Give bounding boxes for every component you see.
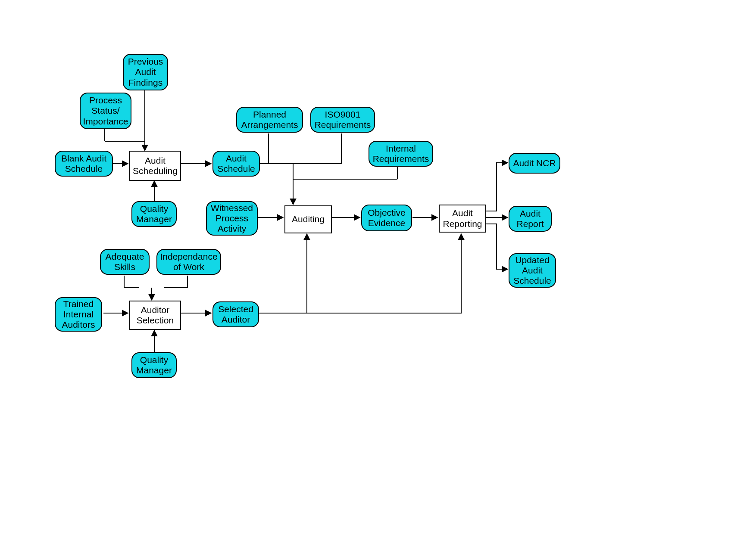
node-auditor-selection: Auditor Selection [129,301,181,330]
node-objective-evidence: Objective Evidence [361,205,412,231]
diagram-canvas: Previous Audit Findings Process Status/ … [0,0,756,534]
node-audit-ncr: Audit NCR [509,153,560,174]
node-audit-report: Audit Report [509,206,552,232]
node-quality-manager-1: Quality Manager [131,201,177,227]
node-trained-internal-auditors: Trained Internal Auditors [55,297,102,332]
node-selected-auditor: Selected Auditor [212,301,259,327]
node-blank-audit-schedule: Blank Audit Schedule [55,151,113,177]
node-iso9001-requirements: ISO9001 Requirements [310,107,375,133]
node-planned-arrangements: Planned Arrangements [236,107,303,133]
node-auditing: Auditing [284,205,332,233]
node-audit-schedule: Audit Schedule [212,151,260,177]
node-process-status-importance: Process Status/ Importance [80,93,131,129]
node-previous-audit-findings: Previous Audit Findings [123,54,168,90]
node-internal-requirements: Internal Requirements [369,141,433,167]
node-updated-audit-schedule: Updated Audit Schedule [509,253,556,288]
node-witnessed-process-activity: Witnessed Process Activity [206,201,258,236]
node-audit-scheduling: Audit Scheduling [129,151,181,181]
node-quality-manager-2: Quality Manager [131,352,177,378]
node-adequate-skills: Adequate Skills [100,249,150,275]
node-independance-of-work: Independance of Work [156,249,221,275]
node-audit-reporting: Audit Reporting [439,205,486,233]
